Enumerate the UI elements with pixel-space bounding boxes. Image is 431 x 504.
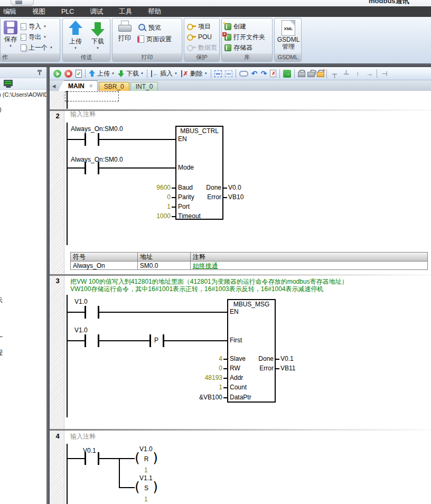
undo-button[interactable]: ↶: [250, 68, 259, 79]
ladder-label[interactable]: VW100存储运行命令，其中16#1001表示正转，16#1003表示反转，16…: [70, 286, 324, 293]
library-memory-button[interactable]: 存储器: [224, 43, 252, 52]
menu-item-2[interactable]: 视图: [32, 7, 45, 16]
protect-pou-button[interactable]: POU: [187, 32, 212, 42]
ladder-label[interactable]: Count: [230, 384, 247, 391]
ladder-label[interactable]: EN: [230, 309, 239, 315]
ladder-label[interactable]: Addr: [230, 375, 243, 381]
ladder-label[interactable]: P: [154, 337, 158, 344]
ladder-label[interactable]: Port: [178, 203, 190, 210]
project-tree[interactable]: ) (C:\Users\AOWID ) 示 丁 程: [0, 90, 46, 502]
tab-close-icon[interactable]: ×: [89, 82, 93, 90]
go-to-button[interactable]: [282, 68, 293, 79]
contact-bar[interactable]: [85, 306, 86, 319]
comment-cell[interactable]: 始终接通: [191, 261, 428, 270]
ladder-label[interactable]: EN: [178, 136, 187, 143]
ladder-label[interactable]: V0.0: [228, 184, 241, 191]
ladder-label[interactable]: Mode: [178, 164, 194, 171]
download-button[interactable]: 下载▼: [88, 21, 108, 50]
ladder-label[interactable]: 输入注释: [70, 433, 96, 440]
print-button[interactable]: 打印: [115, 21, 135, 43]
page-setup-button[interactable]: 页面设置: [138, 34, 172, 44]
ladder-label[interactable]: VB11: [280, 365, 295, 372]
ladder-label[interactable]: Timeout: [178, 213, 201, 220]
ladder-label[interactable]: 把VW 100的值写入到412801的地址里面（412801为变频器的运行命令存…: [70, 278, 348, 285]
redo-button[interactable]: ↷: [259, 68, 269, 79]
tab-int_0[interactable]: INT_0: [130, 82, 158, 91]
coil[interactable]: (S): [135, 481, 158, 494]
comment-box-button[interactable]: [238, 68, 250, 79]
symbol-table-row[interactable]: Always_On SM0.0 始终接通: [71, 261, 428, 270]
ladder-label[interactable]: V1.0: [74, 327, 88, 334]
delete-button[interactable]: 删除▼: [179, 68, 209, 79]
ladder-value[interactable]: Error: [174, 194, 221, 201]
library-open-folder-button[interactable]: 打开文件夹: [224, 32, 265, 42]
comment-header-cell[interactable]: 注释: [191, 252, 428, 261]
ladder-label[interactable]: 输入注释: [70, 111, 96, 118]
wire-up-button[interactable]: ┴: [340, 68, 352, 79]
symbol-cell[interactable]: Always_On: [71, 261, 138, 270]
unlock-button[interactable]: [306, 68, 315, 79]
wire-right-button[interactable]: →: [363, 68, 375, 79]
ladder-value[interactable]: 9600: [123, 184, 171, 191]
ladder-label[interactable]: 1: [144, 496, 148, 503]
contact-bar[interactable]: [149, 334, 151, 347]
ladder-value[interactable]: Error: [226, 365, 274, 372]
pin-icon[interactable]: [37, 70, 42, 75]
address-cell[interactable]: SM0.0: [138, 261, 191, 270]
contact-bar[interactable]: [85, 133, 86, 146]
download-toolbar-button[interactable]: 下载▼: [116, 68, 145, 79]
wire-down-button[interactable]: ┬: [329, 68, 340, 79]
coil[interactable]: (R): [135, 452, 158, 465]
ladder-label[interactable]: V1.0: [74, 298, 88, 305]
export-button[interactable]: 导出▼: [21, 32, 46, 42]
import-button[interactable]: 导入▼: [21, 22, 46, 31]
symbol-header-cell[interactable]: 符号: [71, 252, 138, 261]
ladder-value[interactable]: 1000: [123, 213, 171, 220]
ladder-value[interactable]: 48193: [175, 375, 222, 381]
menu-item-1[interactable]: 编辑: [3, 7, 16, 16]
ladder-value[interactable]: 0: [175, 365, 222, 372]
stop-button[interactable]: [63, 68, 74, 79]
upload-toolbar-button[interactable]: 上传▼: [87, 68, 116, 79]
ladder-value[interactable]: 1: [123, 203, 171, 210]
menu-item-6[interactable]: 帮助: [148, 7, 161, 16]
ladder-label[interactable]: VB10: [228, 194, 243, 201]
save-button[interactable]: 保存▼: [1, 21, 21, 48]
ladder-label[interactable]: DataPtr: [230, 394, 251, 401]
ladder-value[interactable]: 0: [123, 194, 171, 201]
ladder-label[interactable]: V1.0: [139, 446, 153, 453]
lock-add-button[interactable]: +: [315, 68, 325, 79]
run-button[interactable]: [52, 68, 63, 79]
ladder-label[interactable]: Always_On:SM0.0: [71, 126, 123, 133]
compile-button[interactable]: [74, 68, 83, 79]
preview-button[interactable]: 预览: [138, 23, 161, 32]
monitor-icon[interactable]: [4, 80, 13, 86]
tab-scroll-left-button[interactable]: ◀: [50, 82, 58, 90]
insert-button[interactable]: 插入▼: [149, 68, 179, 79]
ladder-label[interactable]: Always_On:SM0.0: [71, 156, 123, 163]
ladder-value[interactable]: Done: [226, 356, 274, 362]
menu-item-3[interactable]: PLC: [61, 8, 74, 15]
ladder-value[interactable]: Done: [174, 184, 221, 191]
ladder-label[interactable]: 1: [144, 467, 148, 474]
contact-bar[interactable]: [85, 162, 86, 174]
tab-main[interactable]: MAIN×: [58, 80, 98, 91]
ladder-label[interactable]: V1.1: [139, 475, 153, 482]
ladder-value[interactable]: 4: [175, 356, 222, 362]
ladder-label[interactable]: First: [230, 337, 242, 344]
wire-vertical-button[interactable]: ↑: [352, 68, 363, 79]
quick-access-toolbar[interactable]: [11, 0, 34, 6]
wizard-button[interactable]: [213, 68, 223, 79]
contact-bar[interactable]: [85, 334, 86, 347]
upload-button[interactable]: 上传▼: [65, 21, 86, 50]
previous-button[interactable]: 上一个▼: [21, 43, 53, 52]
ladder-value[interactable]: &VB100: [175, 394, 222, 401]
library-create-button[interactable]: 创建: [224, 22, 246, 31]
contact-bar[interactable]: [85, 452, 86, 465]
ladder-editor[interactable]: 2输入注释Always_On:SM0.0Always_On:SM0.0MBUS_…: [50, 91, 431, 504]
address-header-cell[interactable]: 地址: [138, 252, 191, 261]
clear-page-button[interactable]: [268, 68, 278, 79]
tab-sbr_0[interactable]: SBR_0: [99, 82, 129, 91]
lock-button[interactable]: [296, 68, 306, 79]
ladder-label[interactable]: V0.1: [280, 356, 294, 362]
